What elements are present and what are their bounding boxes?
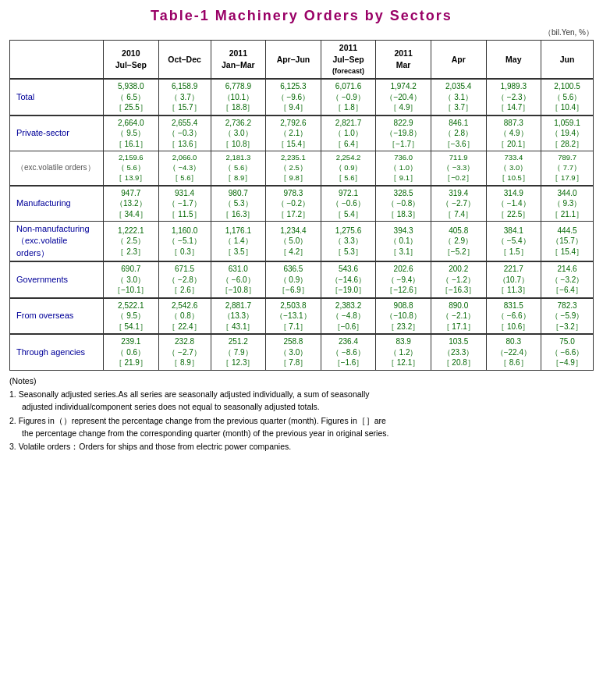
data-cell: 444.5（15.7）［ 15.4］ (541, 222, 594, 262)
data-cell: 671.5（ −2.8）［ 2.6］ (158, 261, 211, 298)
row-label-cell: Governments (10, 261, 104, 298)
data-cell: 328.5（ −0.8）［ 18.3］ (376, 186, 431, 222)
data-cell: 2,235.1（ 2.5）［ 9.8］ (266, 151, 321, 186)
data-cell: 103.5（23.3）［ 20.8］ (431, 334, 486, 370)
data-cell: 6,158.9（ 3.7）［ 15.7］ (158, 79, 211, 115)
data-cell: 232.8（ −2.7）［ 8.9］ (158, 334, 211, 370)
data-cell: 890.0（ −2.1）［ 17.1］ (431, 298, 486, 335)
data-cell: 543.6（−14.6）［−19.0］ (321, 261, 376, 298)
table-row: Manufacturing947.7（13.2）［ 34.4］931.4（ −1… (10, 186, 594, 222)
col-2011-jan-mar: 2011Jan–Mar (211, 41, 266, 80)
data-cell: 2,383.2（ −4.8）［−0.6］ (321, 298, 376, 335)
row-label-cell: Private-sector (10, 115, 104, 151)
data-cell: 83.9（ 1.2）［ 12.1］ (376, 334, 431, 370)
col-2011-jul-sep: 2011Jul–Sep(forecast) (321, 41, 376, 80)
col-apr: Apr (431, 41, 486, 80)
data-cell: 1,222.1（ 2.5）［ 2.3］ (104, 222, 159, 262)
col-jun: Jun (541, 41, 594, 80)
data-cell: 736.0（ 1.0）［ 9.1］ (376, 151, 431, 186)
table-row: Through agencies239.1（ 0.6）［ 21.9］232.8（… (10, 334, 594, 370)
data-cell: 947.7（13.2）［ 34.4］ (104, 186, 159, 222)
table-row: From overseas2,522.1（ 9.5）［ 54.1］2,542.6… (10, 298, 594, 335)
data-cell: 1,275.6（ 3.3）［ 5.3］ (321, 222, 376, 262)
data-cell: 236.4（ −8.6）［−1.6］ (321, 334, 376, 370)
notes-section: (Notes) 1. Seasonally adjusted series.As… (9, 375, 594, 454)
data-cell: 887.3（ 4.9）［ 20.1］ (486, 115, 541, 151)
data-cell: 214.6（ −3.2）［−6.4］ (541, 261, 594, 298)
data-cell: 631.0（ −6.0）［−10.8］ (211, 261, 266, 298)
data-cell: 1,160.0（ −5.1）［ 0.3］ (158, 222, 211, 262)
unit-label: （bil.Yen, %） (9, 27, 594, 38)
data-cell: 2,664.0（ 9.5）［ 16.1］ (104, 115, 159, 151)
data-cell: 2,181.3（ 5.6）［ 8.9］ (211, 151, 266, 186)
col-may: May (486, 41, 541, 80)
row-label-cell: Total (10, 79, 104, 115)
table-row: Total5,938.0（ 6.5）［ 25.5］6,158.9（ 3.7）［ … (10, 79, 594, 115)
note-1: 1. Seasonally adjusted series.As all ser… (9, 389, 594, 414)
data-cell: 5,938.0（ 6.5）［ 25.5］ (104, 79, 159, 115)
data-cell: 1,234.4（ 5.0）［ 4.2］ (266, 222, 321, 262)
note-3: 3. Volatile orders：Orders for ships and … (9, 441, 594, 453)
data-cell: 314.9（ −1.4）［ 22.5］ (486, 186, 541, 222)
data-cell: 1,989.3（ −2.3）［ 14.7］ (486, 79, 541, 115)
data-cell: 75.0（ −6.6）［−4.9］ (541, 334, 594, 370)
data-cell: 733.4（ 3.0）［ 10.5］ (486, 151, 541, 186)
row-label-cell: Through agencies (10, 334, 104, 370)
data-cell: 200.2（ −1.2）［−16.3］ (431, 261, 486, 298)
row-label-cell: Manufacturing (10, 186, 104, 222)
row-label-cell: （exc.volatile orders） (10, 151, 104, 186)
data-table: 2010Jul–Sep Oct–Dec 2011Jan–Mar Apr–Jun … (9, 40, 594, 371)
data-cell: 251.2（ 7.9）［ 12.3］ (211, 334, 266, 370)
data-cell: 980.7（ 5.3）［ 16.3］ (211, 186, 266, 222)
data-cell: 2,655.4（ −0.3）［ 13.6］ (158, 115, 211, 151)
col-label-header (10, 41, 104, 80)
data-cell: 344.0（ 9.3）［ 21.1］ (541, 186, 594, 222)
data-cell: 80.3（−22.4）［ 8.6］ (486, 334, 541, 370)
data-cell: 384.1（ −5.4）［ 1.5］ (486, 222, 541, 262)
table-row: Governments690.7（ 3.0）［−10.1］671.5（ −2.8… (10, 261, 594, 298)
data-cell: 908.8（−10.8）［ 23.2］ (376, 298, 431, 335)
data-cell: 690.7（ 3.0）［−10.1］ (104, 261, 159, 298)
data-cell: 405.8（ 2.9）［−5.2］ (431, 222, 486, 262)
col-oct-dec: Oct–Dec (158, 41, 211, 80)
page-title: Table-1 Machinery Orders by Sectors (9, 8, 594, 24)
data-cell: 2,066.0（ −4.3）［ 5.6］ (158, 151, 211, 186)
note-2: 2. Figures in（）represent the percentage … (9, 415, 594, 440)
data-cell: 1,059.1（ 19.4）［ 28.2］ (541, 115, 594, 151)
data-cell: 846.1（ 2.8）［−3.6］ (431, 115, 486, 151)
data-cell: 239.1（ 0.6）［ 21.9］ (104, 334, 159, 370)
data-cell: 2,522.1（ 9.5）［ 54.1］ (104, 298, 159, 335)
col-2011-mar: 2011Mar (376, 41, 431, 80)
data-cell: 2,100.5（ 5.6）［ 10.4］ (541, 79, 594, 115)
data-cell: 782.3（ −5.9）［−3.2］ (541, 298, 594, 335)
data-cell: 2,503.8（−13.1）［ 7.1］ (266, 298, 321, 335)
table-row: Non-manufacturing（exc.volatile orders）1,… (10, 222, 594, 262)
data-cell: 1,176.1（ 1.4）［ 3.5］ (211, 222, 266, 262)
data-cell: 972.1（ −0.6）［ 5.4］ (321, 186, 376, 222)
data-cell: 221.7（10.7）［ 11.3］ (486, 261, 541, 298)
data-cell: 6,778.9（10.1）［ 18.8］ (211, 79, 266, 115)
data-cell: 2,736.2（ 3.0）［ 10.8］ (211, 115, 266, 151)
data-cell: 978.3（ −0.2）［ 17.2］ (266, 186, 321, 222)
table-header-row: 2010Jul–Sep Oct–Dec 2011Jan–Mar Apr–Jun … (10, 41, 594, 80)
row-label-cell: From overseas (10, 298, 104, 335)
data-cell: 1,974.2（−20.4）［ 4.9］ (376, 79, 431, 115)
data-cell: 2,792.6（ 2.1）［ 15.4］ (266, 115, 321, 151)
data-cell: 6,071.6（ −0.9）［ 1.8］ (321, 79, 376, 115)
data-cell: 931.4（ −1.7）［ 11.5］ (158, 186, 211, 222)
data-cell: 2,542.6（ 0.8）［ 22.4］ (158, 298, 211, 335)
data-cell: 258.8（ 3.0）［ 7.8］ (266, 334, 321, 370)
data-cell: 711.9（ −3.3）［−0.2］ (431, 151, 486, 186)
data-cell: 6,125.3（ −9.6）［ 9.4］ (266, 79, 321, 115)
page: Table-1 Machinery Orders by Sectors （bil… (0, 0, 603, 463)
data-cell: 394.3（ 0.1）［ 3.1］ (376, 222, 431, 262)
data-cell: 319.4（ −2.7）［ 7.4］ (431, 186, 486, 222)
data-cell: 202.6（ −9.4）［−12.6］ (376, 261, 431, 298)
row-label-cell: Non-manufacturing（exc.volatile orders） (10, 222, 104, 262)
data-cell: 2,821.7（ 1.0）［ 6.4］ (321, 115, 376, 151)
data-cell: 822.9（−19.8）［−1.7］ (376, 115, 431, 151)
data-cell: 2,035.4（ 3.1）［ 3.7］ (431, 79, 486, 115)
data-cell: 831.5（ −6.6）［ 10.6］ (486, 298, 541, 335)
col-apr-jun: Apr–Jun (266, 41, 321, 80)
data-cell: 789.7（ 7.7）［ 17.9］ (541, 151, 594, 186)
